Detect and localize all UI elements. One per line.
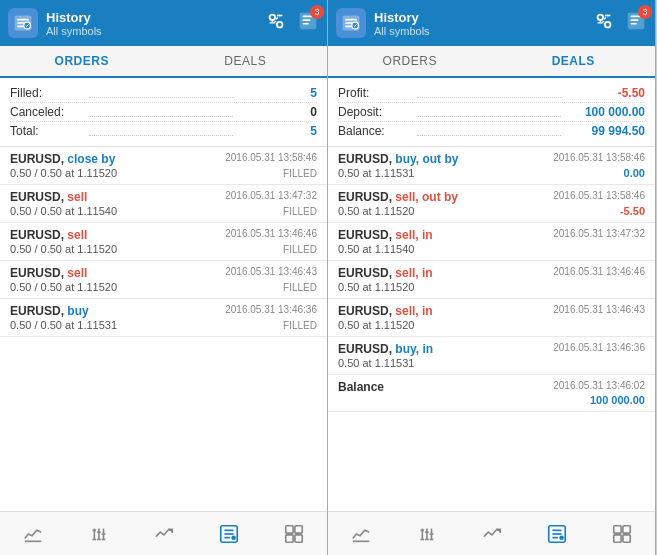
svg-point-2 bbox=[270, 14, 276, 19]
right-stat-profit-value: -5.50 bbox=[565, 86, 645, 100]
right-deal-5-detail: 0.50 at 1.11531 bbox=[338, 357, 645, 369]
left-header-text: History All symbols bbox=[46, 10, 265, 37]
left-stat-canceled: Canceled: 0 bbox=[10, 103, 317, 122]
right-stat-deposit-dots bbox=[417, 107, 561, 117]
svg-rect-21 bbox=[295, 525, 302, 532]
svg-rect-45 bbox=[623, 525, 630, 532]
right-deal-0[interactable]: EURUSD, buy, out by 2016.05.31 13:58:46 … bbox=[328, 147, 655, 185]
right-stats: Profit: -5.50 Deposit: 100 000.00 Balanc… bbox=[328, 78, 655, 147]
right-deal-5-price: 0.50 at 1.11531 bbox=[338, 357, 414, 369]
left-order-0-detail: 0.50 / 0.50 at 1.11520 FILLED bbox=[10, 167, 317, 179]
right-transfer-btn[interactable] bbox=[593, 10, 615, 37]
right-nav-chart[interactable] bbox=[393, 512, 458, 555]
right-balance-deal-top: Balance 2016.05.31 13:46:02 bbox=[338, 380, 645, 394]
right-deal-4-detail: 0.50 at 1.11520 bbox=[338, 319, 645, 331]
right-deal-2-symbol: EURUSD, sell, in bbox=[338, 228, 433, 242]
left-stat-filled-dots bbox=[89, 88, 233, 98]
right-deal-0-date: 2016.05.31 13:58:46 bbox=[553, 152, 645, 163]
left-header-title: History bbox=[46, 10, 265, 25]
left-nav-quotes[interactable] bbox=[0, 512, 65, 555]
left-nav-chart[interactable] bbox=[65, 512, 130, 555]
right-nav-history[interactable] bbox=[524, 512, 589, 555]
right-deal-4-top: EURUSD, sell, in 2016.05.31 13:46:43 bbox=[338, 304, 645, 318]
right-deal-0-pnl: 0.00 bbox=[624, 167, 645, 179]
left-order-0-price: 0.50 / 0.50 at 1.11520 bbox=[10, 167, 117, 179]
right-deal-4-date: 2016.05.31 13:46:43 bbox=[553, 304, 645, 315]
left-tabs: ORDERS DEALS bbox=[0, 46, 327, 78]
right-deal-0-detail: 0.50 at 1.11531 0.00 bbox=[338, 167, 645, 179]
left-stat-canceled-value: 0 bbox=[237, 105, 317, 119]
right-stat-balance-value: 99 994.50 bbox=[565, 124, 645, 138]
right-panel: History All symbols 3 ORDER bbox=[328, 0, 656, 555]
left-order-3-date: 2016.05.31 13:46:43 bbox=[225, 266, 317, 277]
left-stat-total: Total: 5 bbox=[10, 122, 317, 140]
right-deal-1[interactable]: EURUSD, sell, out by 2016.05.31 13:58:46… bbox=[328, 185, 655, 223]
svg-rect-46 bbox=[614, 534, 621, 541]
right-nav-settings[interactable] bbox=[590, 512, 655, 555]
right-deal-2[interactable]: EURUSD, sell, in 2016.05.31 13:47:32 0.5… bbox=[328, 223, 655, 261]
svg-point-43 bbox=[559, 535, 564, 540]
left-order-4[interactable]: EURUSD, buy 2016.05.31 13:46:36 0.50 / 0… bbox=[0, 299, 327, 337]
left-order-4-action: buy bbox=[67, 304, 88, 318]
right-deal-5[interactable]: EURUSD, buy, in 2016.05.31 13:46:36 0.50… bbox=[328, 337, 655, 375]
left-order-1-detail: 0.50 / 0.50 at 1.11540 FILLED bbox=[10, 205, 317, 217]
left-tab-orders[interactable]: ORDERS bbox=[0, 46, 164, 78]
left-stats: Filled: 5 Canceled: 0 Total: 5 bbox=[0, 78, 327, 147]
left-order-3-action: sell bbox=[67, 266, 87, 280]
left-order-0[interactable]: EURUSD, close by 2016.05.31 13:58:46 0.5… bbox=[0, 147, 327, 185]
left-order-4-symbol: EURUSD, buy bbox=[10, 304, 89, 318]
left-order-3-price: 0.50 / 0.50 at 1.11520 bbox=[10, 281, 117, 293]
left-nav-settings[interactable] bbox=[262, 512, 327, 555]
left-order-0-date: 2016.05.31 13:58:46 bbox=[225, 152, 317, 163]
svg-rect-20 bbox=[286, 525, 293, 532]
left-order-2-status: FILLED bbox=[283, 244, 317, 255]
left-header: History All symbols 3 bbox=[0, 0, 327, 46]
left-stat-filled-value: 5 bbox=[237, 86, 317, 100]
svg-point-26 bbox=[598, 14, 604, 19]
right-deal-3[interactable]: EURUSD, sell, in 2016.05.31 13:46:46 0.5… bbox=[328, 261, 655, 299]
right-deal-2-action: sell, in bbox=[395, 228, 432, 242]
left-order-3-status: FILLED bbox=[283, 282, 317, 293]
left-order-0-status: FILLED bbox=[283, 168, 317, 179]
right-stat-profit: Profit: -5.50 bbox=[338, 84, 645, 103]
left-order-2[interactable]: EURUSD, sell 2016.05.31 13:46:46 0.50 / … bbox=[0, 223, 327, 261]
right-header: History All symbols 3 bbox=[328, 0, 655, 46]
left-nav-trade[interactable] bbox=[131, 512, 196, 555]
svg-rect-23 bbox=[295, 534, 302, 541]
right-stat-deposit-label: Deposit: bbox=[338, 105, 413, 119]
left-order-2-price: 0.50 / 0.50 at 1.11520 bbox=[10, 243, 117, 255]
left-tab-deals[interactable]: DEALS bbox=[164, 46, 328, 76]
left-nav-history[interactable] bbox=[196, 512, 261, 555]
left-notification-btn[interactable]: 3 bbox=[297, 10, 319, 37]
left-order-2-top: EURUSD, sell 2016.05.31 13:46:46 bbox=[10, 228, 317, 242]
left-transfer-btn[interactable] bbox=[265, 10, 287, 37]
left-order-1-date: 2016.05.31 13:47:32 bbox=[225, 190, 317, 201]
right-tab-deals[interactable]: DEALS bbox=[492, 46, 656, 78]
right-nav-quotes[interactable] bbox=[328, 512, 393, 555]
left-order-1[interactable]: EURUSD, sell 2016.05.31 13:47:32 0.50 / … bbox=[0, 185, 327, 223]
right-tab-orders[interactable]: ORDERS bbox=[328, 46, 492, 76]
right-nav-trade[interactable] bbox=[459, 512, 524, 555]
right-deal-0-symbol: EURUSD, buy, out by bbox=[338, 152, 458, 166]
svg-point-27 bbox=[605, 21, 611, 26]
left-order-1-action: sell bbox=[67, 190, 87, 204]
right-deal-3-date: 2016.05.31 13:46:46 bbox=[553, 266, 645, 277]
left-order-2-detail: 0.50 / 0.50 at 1.11520 FILLED bbox=[10, 243, 317, 255]
right-deal-2-price: 0.50 at 1.11540 bbox=[338, 243, 414, 255]
left-order-1-status: FILLED bbox=[283, 206, 317, 217]
svg-point-3 bbox=[277, 21, 283, 26]
right-deal-0-top: EURUSD, buy, out by 2016.05.31 13:58:46 bbox=[338, 152, 645, 166]
right-bottom-nav bbox=[328, 511, 655, 555]
left-order-3[interactable]: EURUSD, sell 2016.05.31 13:46:43 0.50 / … bbox=[0, 261, 327, 299]
left-order-3-detail: 0.50 / 0.50 at 1.11520 FILLED bbox=[10, 281, 317, 293]
right-stat-profit-dots bbox=[417, 88, 561, 98]
left-panel: History All symbols 3 ORDER bbox=[0, 0, 328, 555]
right-notification-btn[interactable]: 3 bbox=[625, 10, 647, 37]
left-header-subtitle: All symbols bbox=[46, 25, 265, 37]
right-balance-deal-value: 100 000.00 bbox=[338, 394, 645, 406]
right-deal-2-date: 2016.05.31 13:47:32 bbox=[553, 228, 645, 239]
left-order-0-top: EURUSD, close by 2016.05.31 13:58:46 bbox=[10, 152, 317, 166]
right-deal-4[interactable]: EURUSD, sell, in 2016.05.31 13:46:43 0.5… bbox=[328, 299, 655, 337]
svg-point-19 bbox=[231, 535, 236, 540]
right-balance-deal[interactable]: Balance 2016.05.31 13:46:02 100 000.00 bbox=[328, 375, 655, 412]
